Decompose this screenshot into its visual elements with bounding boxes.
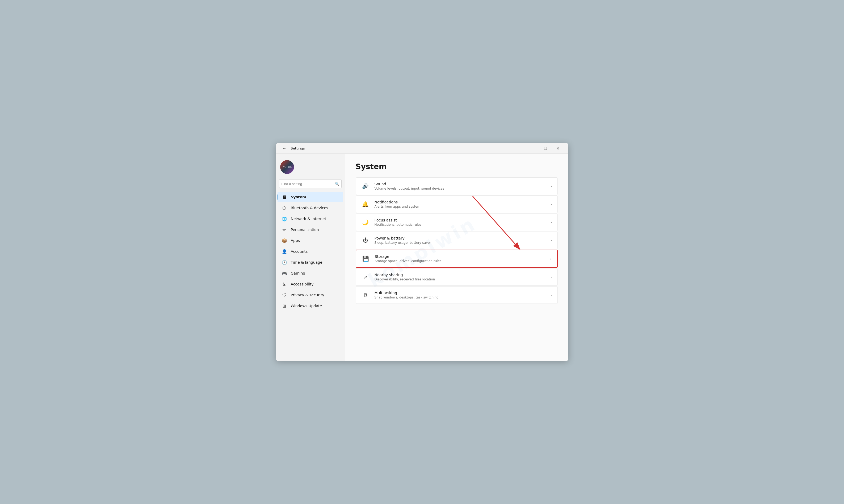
user-profile: 75,006 bbox=[276, 158, 345, 178]
item-chevron-multitasking: › bbox=[551, 293, 552, 297]
item-icon-notifications: 🔔 bbox=[361, 200, 370, 209]
nav-icon-personalization: ✏ bbox=[282, 227, 287, 232]
nav-icon-gaming: 🎮 bbox=[282, 271, 287, 276]
item-desc-sound: Volume levels, output, input, sound devi… bbox=[375, 187, 546, 191]
settings-item-multitasking[interactable]: ⧉ Multitasking Snap windows, desktops, t… bbox=[356, 286, 558, 304]
sidebar-item-time[interactable]: 🕐 Time & language bbox=[277, 257, 343, 268]
item-chevron-nearby-sharing: › bbox=[551, 275, 552, 279]
item-text-multitasking: Multitasking Snap windows, desktops, tas… bbox=[375, 291, 546, 299]
avatar[interactable]: 75,006 bbox=[280, 160, 294, 174]
sidebar-item-network[interactable]: 🌐 Network & internet bbox=[277, 214, 343, 224]
nav-icon-accounts: 👤 bbox=[282, 249, 287, 254]
sidebar-item-system[interactable]: 🖥 System bbox=[277, 192, 343, 202]
nav-icon-bluetooth: ⬡ bbox=[282, 205, 287, 211]
settings-window: kompiwin ← Settings — ❐ ✕ 75,006 🔍 bbox=[276, 143, 568, 361]
sidebar-item-windows-update[interactable]: ⊞ Windows Update bbox=[277, 301, 343, 311]
item-title-notifications: Notifications bbox=[375, 200, 546, 204]
maximize-button[interactable]: ❐ bbox=[540, 144, 552, 153]
item-desc-notifications: Alerts from apps and system bbox=[375, 205, 546, 209]
item-icon-sound: 🔊 bbox=[361, 182, 370, 191]
nav-label-personalization: Personalization bbox=[291, 228, 319, 232]
nav-label-accounts: Accounts bbox=[291, 249, 308, 254]
back-button[interactable]: ← bbox=[280, 145, 289, 152]
nav-label-system: System bbox=[291, 195, 306, 199]
settings-item-storage[interactable]: 💾 Storage Storage space, drives, configu… bbox=[356, 250, 558, 268]
nav-icon-system: 🖥 bbox=[282, 194, 287, 200]
sidebar-item-bluetooth[interactable]: ⬡ Bluetooth & devices bbox=[277, 203, 343, 213]
item-chevron-notifications: › bbox=[551, 202, 552, 206]
nav-icon-windows-update: ⊞ bbox=[282, 303, 287, 309]
item-text-focus-assist: Focus assist Notifications, automatic ru… bbox=[375, 218, 546, 227]
item-chevron-storage: › bbox=[550, 256, 552, 261]
item-title-focus-assist: Focus assist bbox=[375, 218, 546, 222]
window-controls: — ❐ ✕ bbox=[528, 144, 564, 153]
minimize-button[interactable]: — bbox=[528, 144, 540, 153]
search-box: 🔍 bbox=[279, 179, 342, 188]
search-icon: 🔍 bbox=[335, 182, 339, 186]
item-title-storage: Storage bbox=[375, 254, 546, 259]
settings-item-notifications[interactable]: 🔔 Notifications Alerts from apps and sys… bbox=[356, 195, 558, 213]
item-title-multitasking: Multitasking bbox=[375, 291, 546, 295]
nav-label-network: Network & internet bbox=[291, 217, 326, 221]
item-chevron-focus-assist: › bbox=[551, 220, 552, 224]
nav-icon-accessibility: ♿ bbox=[282, 282, 287, 287]
item-desc-focus-assist: Notifications, automatic rules bbox=[375, 223, 546, 227]
item-icon-focus-assist: 🌙 bbox=[361, 218, 370, 227]
main-content: System 🔊 Sound Volume levels, output, in… bbox=[345, 154, 568, 361]
item-text-storage: Storage Storage space, drives, configura… bbox=[375, 254, 546, 263]
nav-label-privacy: Privacy & security bbox=[291, 293, 324, 297]
nav-label-gaming: Gaming bbox=[291, 271, 306, 275]
item-title-sound: Sound bbox=[375, 182, 546, 186]
sidebar-nav: 🖥 System ⬡ Bluetooth & devices 🌐 Network… bbox=[276, 192, 345, 311]
item-icon-power-battery: ⏻ bbox=[361, 236, 370, 245]
search-input[interactable] bbox=[281, 182, 335, 186]
sidebar-item-accounts[interactable]: 👤 Accounts bbox=[277, 246, 343, 257]
item-text-nearby-sharing: Nearby sharing Discoverability, received… bbox=[375, 273, 546, 281]
item-text-power-battery: Power & battery Sleep, battery usage, ba… bbox=[375, 236, 546, 245]
sidebar: 75,006 🔍 🖥 System ⬡ Bluetooth & devices … bbox=[276, 154, 345, 361]
settings-item-sound[interactable]: 🔊 Sound Volume levels, output, input, so… bbox=[356, 177, 558, 195]
nav-icon-privacy: 🛡 bbox=[282, 292, 287, 298]
settings-item-nearby-sharing[interactable]: ↗ Nearby sharing Discoverability, receiv… bbox=[356, 268, 558, 286]
nav-label-accessibility: Accessibility bbox=[291, 282, 314, 286]
close-button[interactable]: ✕ bbox=[552, 144, 564, 153]
nav-label-time: Time & language bbox=[291, 260, 323, 265]
item-icon-nearby-sharing: ↗ bbox=[361, 273, 370, 281]
sidebar-item-gaming[interactable]: 🎮 Gaming bbox=[277, 268, 343, 278]
sidebar-item-apps[interactable]: 📦 Apps bbox=[277, 235, 343, 246]
item-text-sound: Sound Volume levels, output, input, soun… bbox=[375, 182, 546, 191]
item-desc-nearby-sharing: Discoverability, received files location bbox=[375, 277, 546, 281]
nav-label-bluetooth: Bluetooth & devices bbox=[291, 206, 328, 210]
settings-item-focus-assist[interactable]: 🌙 Focus assist Notifications, automatic … bbox=[356, 214, 558, 231]
nav-icon-network: 🌐 bbox=[282, 216, 287, 221]
sidebar-item-privacy[interactable]: 🛡 Privacy & security bbox=[277, 290, 343, 300]
item-chevron-power-battery: › bbox=[551, 238, 552, 242]
item-text-notifications: Notifications Alerts from apps and syste… bbox=[375, 200, 546, 209]
page-title: System bbox=[356, 162, 558, 171]
item-desc-multitasking: Snap windows, desktops, task switching bbox=[375, 295, 546, 299]
titlebar: ← Settings — ❐ ✕ bbox=[276, 143, 568, 154]
item-desc-storage: Storage space, drives, configuration rul… bbox=[375, 259, 546, 263]
item-title-nearby-sharing: Nearby sharing bbox=[375, 273, 546, 277]
nav-label-windows-update: Windows Update bbox=[291, 304, 322, 308]
item-chevron-sound: › bbox=[551, 184, 552, 188]
window-title: Settings bbox=[291, 146, 305, 150]
settings-item-power-battery[interactable]: ⏻ Power & battery Sleep, battery usage, … bbox=[356, 232, 558, 249]
item-title-power-battery: Power & battery bbox=[375, 236, 546, 240]
sidebar-item-personalization[interactable]: ✏ Personalization bbox=[277, 224, 343, 235]
nav-icon-time: 🕐 bbox=[282, 260, 287, 265]
content-area: 75,006 🔍 🖥 System ⬡ Bluetooth & devices … bbox=[276, 154, 568, 361]
item-icon-multitasking: ⧉ bbox=[361, 291, 370, 299]
settings-list: 🔊 Sound Volume levels, output, input, so… bbox=[356, 177, 558, 304]
nav-icon-apps: 📦 bbox=[282, 238, 287, 243]
sidebar-item-accessibility[interactable]: ♿ Accessibility bbox=[277, 279, 343, 289]
nav-label-apps: Apps bbox=[291, 238, 300, 243]
item-icon-storage: 💾 bbox=[362, 254, 370, 263]
item-desc-power-battery: Sleep, battery usage, battery saver bbox=[375, 241, 546, 245]
